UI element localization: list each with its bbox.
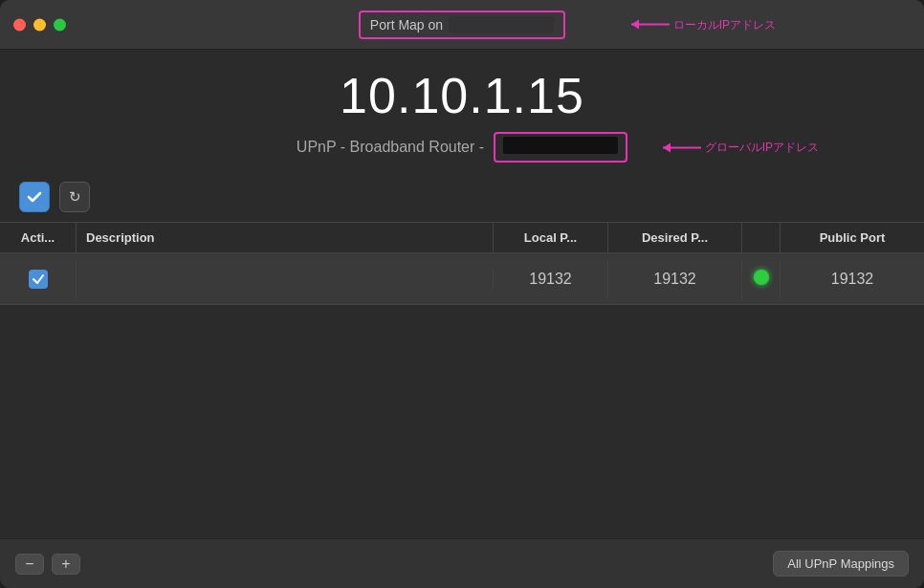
table-container: Acti... Description Local P... Desired P… [0,222,924,538]
add-entry-button[interactable]: + [52,554,80,575]
toolbar-row: ↻ [0,172,924,222]
remove-entry-button[interactable]: − [15,554,44,575]
title-redacted-ip [449,16,554,33]
arrow-line-local [631,24,670,26]
col-header-status [742,223,781,252]
titlebar: Port Map on ローカルIPアドレス [0,0,924,50]
title-box: Port Map on [359,11,565,39]
col-header-public-port: Public Port [781,223,924,252]
local-ip-annotation: ローカルIPアドレス [631,16,776,33]
row-checkbox[interactable] [29,270,48,289]
col-header-description: Description [77,223,494,252]
col-header-desired-port: Desired P... [608,223,742,252]
minimize-button[interactable] [33,18,46,31]
arrow-line-global [663,146,701,148]
table-row[interactable]: 19132 19132 19132 [0,253,924,305]
minus-icon: − [25,555,33,573]
col-header-local-port: Local P... [494,223,608,252]
ip-section: 10.10.1.15 UPnP - Broadband Router - グロー… [0,50,924,172]
global-ip-label: グローバルIPアドレス [705,140,819,156]
row-description-cell [77,270,494,289]
upnp-button-label: All UPnP Mappings [787,556,894,571]
row-active-cell[interactable] [0,260,77,298]
global-ip-box [494,132,627,163]
local-ip-label: ローカルIPアドレス [673,16,776,33]
table-body: 19132 19132 19132 [0,253,924,396]
empty-table-area [0,396,924,538]
bottom-left-buttons: − + [15,554,80,575]
plus-icon: + [61,555,70,573]
col-header-action: Acti... [0,223,77,252]
status-indicator [754,270,769,285]
zoom-button[interactable] [54,18,66,31]
router-prefix-label: UPnP - Broadband Router - [297,139,484,156]
title-area: Port Map on ローカルIPアドレス [359,11,565,39]
row-desired-port-cell: 19132 [608,261,742,297]
row-status-cell [742,260,781,298]
router-row: UPnP - Broadband Router - グローバルIPアドレス [297,132,627,163]
close-button[interactable] [13,18,26,31]
row-local-port-cell: 19132 [494,261,608,297]
title-prefix: Port Map on [370,17,443,33]
global-ip-annotation: グローバルIPアドレス [663,140,819,156]
row-public-port-cell: 19132 [781,261,924,297]
refresh-button[interactable]: ↻ [59,182,90,212]
main-window: Port Map on ローカルIPアドレス 10.10.1.15 UPnP -… [0,0,924,588]
table-header: Acti... Description Local P... Desired P… [0,222,924,253]
bottom-bar: − + All UPnP Mappings [0,538,924,588]
traffic-lights [13,18,66,31]
enable-checkbox[interactable] [19,182,50,212]
global-ip-redacted [503,137,618,154]
upnp-mappings-button[interactable]: All UPnP Mappings [773,551,909,577]
main-ip-display: 10.10.1.15 [340,67,584,124]
